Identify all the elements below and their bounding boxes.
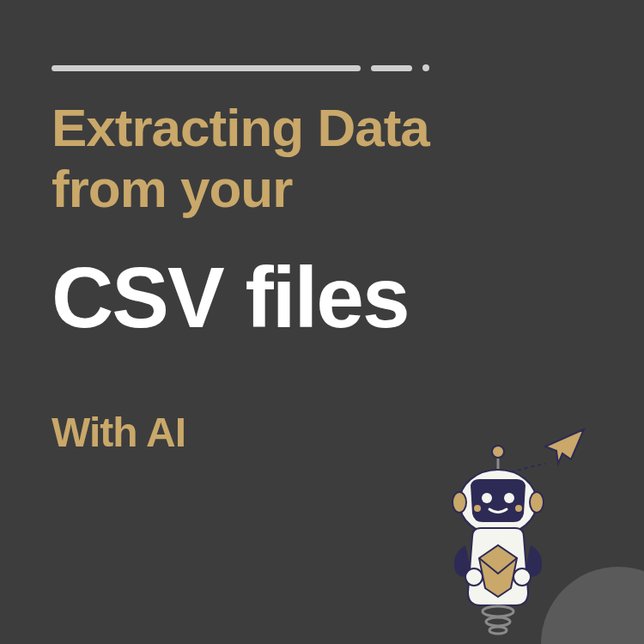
svg-point-8 [530,492,544,513]
svg-point-5 [474,505,481,512]
title-line-1: Extracting Data [52,97,592,158]
svg-point-10 [513,568,531,586]
svg-point-9 [465,568,483,586]
svg-point-11 [483,606,513,617]
divider-segment [52,65,361,71]
title-line-2: from your [52,158,592,219]
svg-point-12 [486,617,510,626]
divider-segment [371,65,412,71]
svg-point-1 [492,446,504,458]
svg-point-6 [515,505,522,512]
promo-card: Extracting Data from your CSV files With… [0,0,644,644]
svg-point-13 [489,627,507,634]
robot-illustration [412,421,601,644]
decorative-divider [52,64,592,71]
svg-point-4 [504,493,514,503]
title-emphasis: CSV files [52,250,592,344]
divider-dot [422,64,429,71]
svg-point-7 [453,492,466,513]
svg-point-3 [482,493,492,503]
